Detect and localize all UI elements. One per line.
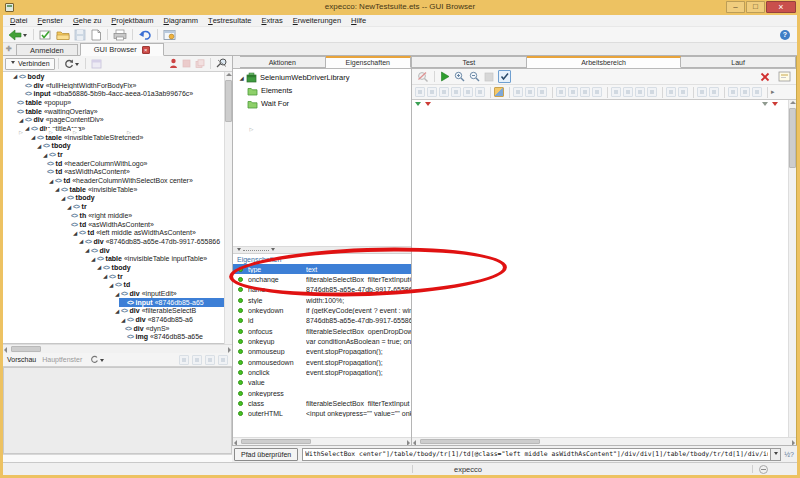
- workspace-hscrollbar[interactable]: [412, 437, 796, 445]
- xpath-input[interactable]: [302, 448, 771, 461]
- dom-tree-node[interactable]: ◢<>table«invisibleTable»: [3, 185, 232, 194]
- dom-tree[interactable]: ◢<>body<>div«fullHeightWidthForBodyFix»<…: [3, 72, 232, 344]
- undo-button[interactable]: [136, 27, 154, 42]
- property-row[interactable]: stylewidth:100%;: [233, 295, 411, 305]
- dom-tree-node[interactable]: ◢<>tbody: [3, 263, 232, 272]
- workspace-tool-icon[interactable]: [463, 87, 473, 97]
- tab-vorschau[interactable]: Vorschau: [7, 356, 36, 363]
- expand-icon[interactable]: ◢: [35, 142, 43, 150]
- pick-element-button[interactable]: [214, 58, 230, 70]
- expand-icon[interactable]: ◢: [107, 281, 115, 289]
- new-document-button[interactable]: [88, 27, 104, 42]
- property-row[interactable]: onfocusfilterableSelectBox_openDropDown(…: [233, 326, 411, 336]
- workspace-canvas[interactable]: [412, 100, 796, 437]
- stop-button[interactable]: [482, 69, 496, 84]
- output-pin-icon-2[interactable]: [772, 102, 778, 109]
- dom-tree-node[interactable]: ▷<>td«headerColumnWithLogo»: [3, 159, 232, 168]
- workspace-tool-icon[interactable]: [647, 87, 657, 97]
- workspace-tool-icon[interactable]: [556, 87, 566, 97]
- library-node[interactable]: ◢SeleniumWebDriverLibrary: [233, 71, 411, 84]
- dom-tree-node[interactable]: ◢<>div: [3, 246, 232, 255]
- dom-tree-node[interactable]: ◢<>tr: [3, 202, 232, 211]
- workspace-tool-icon[interactable]: [475, 87, 485, 97]
- expand-icon[interactable]: ◢: [113, 290, 121, 298]
- dom-tree-node[interactable]: ◢<>div«titleArea»: [3, 124, 232, 133]
- delete-button[interactable]: [758, 69, 772, 84]
- refresh-button[interactable]: [62, 58, 82, 70]
- workspace-tool-icon[interactable]: [427, 87, 437, 97]
- path-dropdown-button[interactable]: [771, 448, 781, 461]
- dom-tree-node[interactable]: ◢<>div«pageContentDiv»: [3, 115, 232, 124]
- expand-icon[interactable]: ◢: [119, 316, 127, 324]
- tab-close-icon[interactable]: ×: [142, 46, 150, 54]
- property-row[interactable]: onclickevent.stopPropagation();: [233, 367, 411, 377]
- workspace-tool-icon[interactable]: [728, 87, 738, 97]
- close-button[interactable]: ×: [766, 1, 796, 13]
- record-user-button[interactable]: [167, 58, 180, 70]
- tab-test[interactable]: Test: [412, 56, 527, 68]
- expand-icon[interactable]: ◢: [77, 237, 85, 245]
- workspace-tool-icon[interactable]: [439, 87, 449, 97]
- toolbar-overflow-icon[interactable]: ▸: [771, 88, 775, 96]
- edit-form-button[interactable]: [776, 69, 793, 84]
- workspace-tool-icon[interactable]: [709, 87, 719, 97]
- preview-area[interactable]: [3, 367, 232, 454]
- autorun-checkbox[interactable]: [496, 69, 513, 84]
- check-path-button[interactable]: Pfad überprüfen: [234, 448, 298, 461]
- workspace-tool-icon[interactable]: [623, 87, 633, 97]
- status-collapse-icon[interactable]: [759, 465, 768, 474]
- library-node[interactable]: ▷Elements: [233, 84, 411, 97]
- library-node[interactable]: ▷Wait For: [233, 97, 411, 110]
- zoom-in-button[interactable]: [452, 69, 467, 84]
- property-row[interactable]: name8746db85-a65e-47db-9917-655866477a33…: [233, 285, 411, 295]
- dom-tree-node[interactable]: <>img«8746db85-a65e: [3, 333, 232, 342]
- window-monitor-button[interactable]: [161, 27, 178, 42]
- run-button[interactable]: [438, 69, 452, 84]
- menu-hilfe[interactable]: Hilfe: [346, 15, 371, 26]
- back-button[interactable]: [6, 27, 30, 42]
- expand-icon[interactable]: ◢: [101, 272, 109, 280]
- tab-hauptfenster[interactable]: Hauptfenster: [42, 356, 82, 363]
- copy-record-button[interactable]: [193, 58, 207, 70]
- menu-testresultate[interactable]: Testresultate: [203, 15, 256, 26]
- dom-tree-node[interactable]: ◢<>div«inputEdit»: [3, 289, 232, 298]
- collapse-icon[interactable]: ▷: [247, 125, 256, 133]
- property-row[interactable]: onkeydownif (getKeyCode(event ? event : …: [233, 305, 411, 315]
- expand-icon[interactable]: ◢: [59, 194, 67, 202]
- expand-icon[interactable]: ◢: [65, 203, 73, 211]
- window-select-button[interactable]: [89, 58, 104, 70]
- zoom-out-button[interactable]: [467, 69, 482, 84]
- title-bar[interactable]: expecco: NewTestsuite.ets -- GUI Browser…: [0, 0, 800, 15]
- expand-icon[interactable]: ◢: [47, 177, 55, 185]
- workspace-tool-icon[interactable]: [451, 87, 461, 97]
- preview-tool-icon-1[interactable]: [179, 355, 189, 365]
- preview-refresh-button[interactable]: [88, 354, 107, 366]
- dom-tree-node[interactable]: ▷<>table«popup»: [3, 98, 232, 107]
- splitter-collapse-icon[interactable]: [237, 248, 241, 253]
- expand-icon[interactable]: ◢: [95, 263, 103, 271]
- dom-tree-hscrollbar[interactable]: [3, 344, 232, 353]
- expand-icon[interactable]: ◢: [71, 229, 79, 237]
- property-row[interactable]: id8746db85-a65e-47db-9917-655866477a33_f…: [233, 316, 411, 326]
- print-button[interactable]: [111, 27, 129, 42]
- expand-icon[interactable]: ◢: [89, 255, 97, 263]
- workspace-tool-icon[interactable]: [611, 87, 621, 97]
- dom-tree-node[interactable]: ◢<>div«filterableSelectB: [3, 307, 232, 316]
- panel-splitter[interactable]: [233, 247, 411, 254]
- dom-tree-node[interactable]: ◢<>td«headerColumnWithSelectBox center»: [3, 176, 232, 185]
- dom-tree-node[interactable]: ◢<>body: [3, 72, 232, 81]
- workspace-tool-icon[interactable]: [568, 87, 578, 97]
- tab-lauf[interactable]: Lauf: [681, 56, 796, 68]
- tab-arbeitsbereich[interactable]: Arbeitsbereich: [527, 56, 682, 68]
- property-row[interactable]: classfilterableSelectBox_filterTextInput: [233, 398, 411, 408]
- dom-tree-node[interactable]: ▷<>td«asWidthAsContent»: [3, 168, 232, 177]
- stop-record-button[interactable]: [180, 58, 193, 70]
- workspace-tool-icon[interactable]: [580, 87, 590, 97]
- property-row[interactable]: onchangefilterableSelectBox_filterTextIn…: [233, 274, 411, 284]
- preview-tool-icon-3[interactable]: [205, 355, 215, 365]
- dom-tree-node[interactable]: ▷<>table«waitingOverlay»: [3, 107, 232, 116]
- property-row[interactable]: outerHTML<input onkeypress="" value="" o…: [233, 409, 411, 419]
- workspace-tool-icon[interactable]: [740, 87, 750, 97]
- workspace-tool-icon[interactable]: [752, 87, 762, 97]
- menu-gehe-zu[interactable]: Gehe zu: [68, 15, 106, 26]
